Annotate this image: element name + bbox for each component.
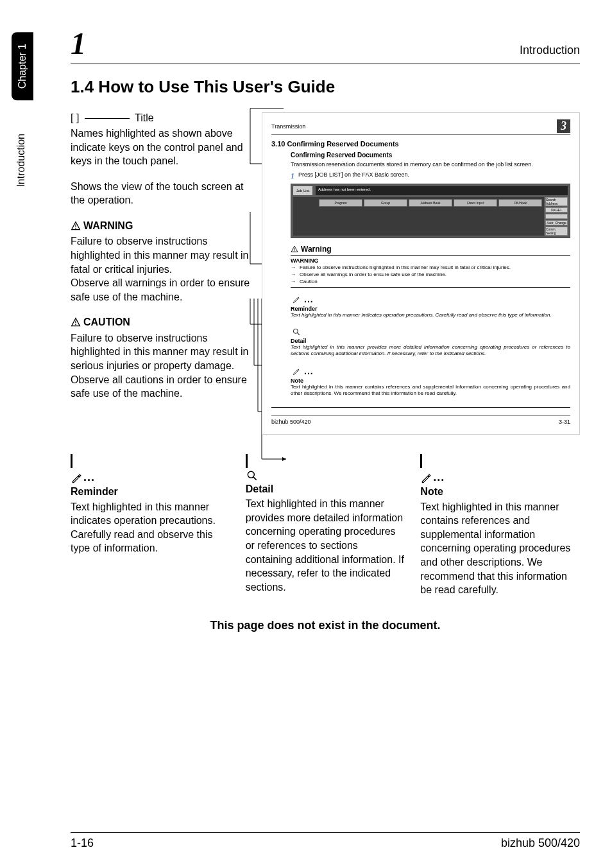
explanation-caution: CAUTION Failure to observe instructions …: [71, 315, 250, 400]
mock-warn-bullet-2: Observe all warnings in order to ensure …: [300, 272, 446, 278]
mock-footer-left: bizhub 500/420: [271, 419, 311, 425]
embedded-page-mock: Transmission 3 3.10 Confirming Reserved …: [262, 112, 580, 435]
warning-triangle-icon: [291, 245, 298, 253]
svg-point-10: [294, 250, 294, 251]
header-title: Introduction: [520, 44, 580, 57]
explanation-shows: Shows the view of the touch screen at th…: [71, 180, 250, 207]
bottom-reminder-col: ... Reminder Text highlighted in this ma…: [71, 454, 230, 597]
warning-heading: WARNING: [83, 219, 133, 233]
mock-warn-sub: WARNING: [291, 257, 570, 264]
brackets: [ ]: [71, 112, 79, 123]
mock-btn: Direct Input: [454, 199, 497, 207]
dots-icon: ...: [83, 469, 95, 485]
mock-footer-right: 3-31: [559, 419, 570, 425]
hand-write-icon: [291, 367, 302, 376]
hand-write-icon: [291, 295, 302, 304]
explanation-warning: WARNING Failure to observe instructions …: [71, 219, 250, 304]
step-number-icon: 1: [291, 171, 294, 181]
mock-btn: Address Book: [409, 199, 452, 207]
svg-point-3: [75, 324, 76, 326]
mock-screen-tab: Job List: [293, 186, 312, 195]
mock-step-text: Press [JOB LIST] on the FAX Basic screen…: [298, 171, 409, 181]
mock-btn: Program: [319, 199, 362, 207]
mock-side-btn: Comm. Setting: [545, 227, 568, 236]
mock-header-left: Transmission: [271, 123, 305, 130]
mock-warn-bullet-1: Failure to observe instructions highligh…: [300, 265, 511, 271]
detail-body: Text highlighted in this manner provides…: [246, 497, 405, 594]
mock-note-label: Note: [291, 378, 570, 384]
mock-subsection-title: Confirming Reserved Documents: [291, 152, 570, 159]
magnifier-icon: [291, 327, 302, 336]
title-literal: Title: [135, 112, 154, 123]
note-heading: Note: [420, 485, 580, 499]
warning-triangle-icon: [71, 221, 81, 231]
svg-point-11: [293, 329, 298, 333]
mock-screen-statusbar: Address has not been entered.: [316, 186, 568, 195]
page-footer: 1-16 bizhub 500/420: [71, 832, 580, 850]
mock-side-btn: Addr. Change: [545, 220, 568, 225]
reminder-body: Text highlighted in this manner indicate…: [71, 500, 230, 555]
explanation-names: Names highlighted as shown above indicat…: [71, 126, 250, 168]
mock-note-text: Text highlighted in this manner contains…: [291, 384, 570, 397]
note-body: Text highlighted in this manner contains…: [420, 500, 580, 597]
mock-side-btn: [545, 214, 568, 219]
caution-heading: CAUTION: [83, 315, 130, 329]
mock-side-btn: PAGE1: [545, 207, 568, 213]
dots-icon: ...: [304, 366, 314, 376]
dots-icon: ...: [433, 469, 445, 485]
mock-reminder-text: Text highlighted in this manner indicate…: [291, 312, 570, 318]
chapter-number: 1: [71, 26, 86, 61]
bottom-detail-col: Detail Text highlighted in this manner p…: [246, 454, 405, 597]
mock-btn: Group: [364, 199, 407, 207]
mock-btn: Off-Hook: [498, 199, 542, 207]
bottom-note-col: ... Note Text highlighted in this manner…: [420, 454, 580, 597]
mock-warning-head: Warning: [301, 245, 332, 254]
section-tab: Introduction: [12, 122, 31, 199]
footer-model: bizhub 500/420: [501, 837, 580, 850]
section-title: 1.4 How to Use This User's Guide: [71, 77, 580, 97]
detail-icon-row: [291, 327, 570, 336]
mock-body-text: Transmission reservation documents store…: [291, 161, 570, 169]
reminder-icon-row: ...: [291, 294, 570, 304]
nonexistent-note: This page does not exist in the document…: [71, 619, 580, 632]
warning-body: Failure to observe instructions highligh…: [71, 236, 250, 302]
dots-icon: ...: [304, 294, 314, 304]
hand-write-icon: [420, 472, 433, 485]
chapter-tab: Chapter 1: [12, 32, 33, 100]
touchscreen-mock: Job List Address has not been entered. P…: [291, 184, 570, 238]
mock-section-title: 3.10 Confirming Reserved Documents: [271, 140, 570, 148]
caution-triangle-icon: [71, 317, 81, 327]
svg-point-1: [75, 228, 76, 229]
hand-write-icon: [71, 472, 83, 485]
note-icon-row: ...: [291, 366, 570, 376]
mock-reminder-label: Reminder: [291, 306, 570, 312]
mock-warn-bullet-3: Caution: [300, 279, 318, 285]
caution-body: Failure to observe instructions highligh…: [71, 333, 248, 399]
bracket-example: [ ] Title: [71, 112, 250, 124]
leader-lines: [250, 112, 262, 600]
page-header: 1 Introduction: [71, 26, 580, 64]
svg-line-12: [297, 333, 299, 334]
detail-heading: Detail: [246, 482, 405, 496]
mock-chapter-num: 3: [557, 119, 570, 133]
reminder-heading: Reminder: [71, 485, 230, 499]
mock-detail-label: Detail: [291, 338, 570, 344]
mock-detail-text: Text highlighted in this manner provides…: [291, 344, 570, 357]
footer-pagenum: 1-16: [71, 837, 94, 850]
mock-side-btn: Search Address: [545, 197, 568, 206]
